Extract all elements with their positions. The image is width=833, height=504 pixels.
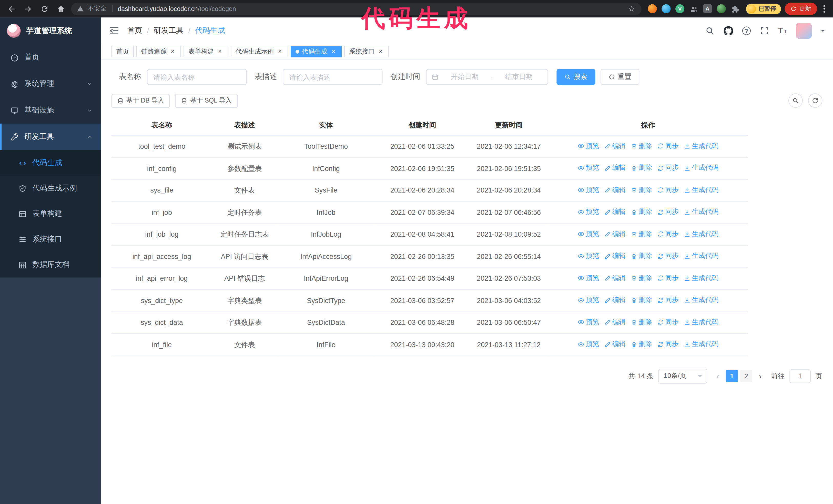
app-logo[interactable]: 芋道管理系统 [0, 18, 101, 44]
preview-link[interactable]: 预览 [578, 184, 599, 195]
edit-link[interactable]: 编辑 [604, 229, 626, 239]
toggle-search-button[interactable] [788, 93, 803, 108]
extensions-puzzle-icon[interactable] [731, 4, 739, 13]
sidebar-item-infrastructure[interactable]: 基础设施 [0, 97, 101, 124]
delete-link[interactable]: 删除 [631, 317, 652, 328]
sidebar-subitem-codegen-example[interactable]: 代码生成示例 [0, 175, 101, 201]
hamburger-icon[interactable] [109, 25, 119, 36]
generate-link[interactable]: 生成代码 [684, 250, 718, 262]
preview-link[interactable]: 预览 [578, 250, 599, 262]
breadcrumb-devtools[interactable]: 研发工具 [154, 26, 184, 35]
edit-link[interactable]: 编辑 [604, 141, 626, 151]
delete-link[interactable]: 删除 [631, 229, 652, 239]
generate-link[interactable]: 生成代码 [684, 294, 718, 306]
github-icon[interactable] [723, 26, 733, 35]
table-name-input[interactable] [147, 69, 246, 85]
edit-link[interactable]: 编辑 [604, 162, 626, 173]
import-sql-button[interactable]: 基于 SQL 导入 [175, 94, 238, 107]
delete-link[interactable]: 删除 [631, 184, 652, 195]
address-bar[interactable]: 不安全 dashboard.yudao.iocoder.cn/tool/code… [71, 2, 641, 15]
preview-link[interactable]: 预览 [578, 317, 599, 328]
tab-codegen[interactable]: 代码生成× [291, 46, 342, 57]
edit-link[interactable]: 编辑 [604, 317, 626, 328]
preview-link[interactable]: 预览 [578, 141, 599, 151]
close-icon[interactable]: × [276, 48, 283, 55]
drop-extension-icon[interactable] [662, 4, 670, 13]
sync-link[interactable]: 同步 [658, 317, 679, 328]
delete-link[interactable]: 删除 [631, 207, 652, 217]
sidebar-item-home[interactable]: 首页 [0, 44, 101, 71]
delete-link[interactable]: 删除 [631, 141, 652, 151]
sync-link[interactable]: 同步 [658, 294, 679, 306]
user-avatar[interactable] [796, 23, 812, 39]
profile-paused-chip[interactable]: 已暂停 [746, 3, 781, 14]
sync-link[interactable]: 同步 [658, 207, 679, 217]
breadcrumb-home[interactable]: 首页 [127, 26, 142, 35]
sync-link[interactable]: 同步 [658, 250, 679, 262]
leaf-extension-icon[interactable] [717, 4, 726, 13]
delete-link[interactable]: 删除 [631, 272, 652, 284]
import-db-button[interactable]: 基于 DB 导入 [112, 94, 170, 107]
translate-extension-icon[interactable] [703, 4, 712, 13]
goto-page-input[interactable] [789, 369, 811, 383]
font-size-icon[interactable] [778, 27, 787, 35]
close-icon[interactable]: × [169, 48, 176, 55]
reload-icon[interactable] [38, 2, 51, 15]
sync-link[interactable]: 同步 [658, 229, 679, 239]
preview-link[interactable]: 预览 [578, 294, 599, 306]
generate-link[interactable]: 生成代码 [684, 317, 718, 328]
generate-link[interactable]: 生成代码 [684, 229, 718, 239]
generate-link[interactable]: 生成代码 [684, 162, 718, 173]
page-button-1[interactable]: 1 [726, 370, 738, 382]
generate-link[interactable]: 生成代码 [684, 184, 718, 195]
generate-link[interactable]: 生成代码 [684, 339, 718, 350]
preview-link[interactable]: 预览 [578, 207, 599, 217]
preview-link[interactable]: 预览 [578, 162, 599, 173]
security-label[interactable]: 不安全 [88, 4, 107, 13]
sidebar-subitem-system-api[interactable]: 系统接口 [0, 226, 101, 252]
edit-link[interactable]: 编辑 [604, 294, 626, 306]
edit-link[interactable]: 编辑 [604, 272, 626, 284]
tab-form-builder[interactable]: 表单构建× [184, 46, 228, 57]
close-icon[interactable]: × [217, 48, 223, 55]
edit-link[interactable]: 编辑 [604, 207, 626, 217]
prev-page-button[interactable]: ‹ [712, 370, 724, 382]
caret-down-icon[interactable] [821, 30, 825, 34]
close-icon[interactable]: × [330, 48, 337, 55]
sync-link[interactable]: 同步 [658, 184, 679, 195]
bookmark-star-icon[interactable] [628, 5, 636, 13]
sidebar-subitem-db-docs[interactable]: 数据库文档 [0, 252, 101, 278]
sync-link[interactable]: 同步 [658, 162, 679, 173]
page-size-select[interactable]: 10条/页 [659, 369, 707, 384]
generate-link[interactable]: 生成代码 [684, 272, 718, 284]
generate-link[interactable]: 生成代码 [684, 141, 718, 151]
users-extension-icon[interactable] [689, 4, 698, 13]
tab-codegen-example[interactable]: 代码生成示例× [231, 46, 288, 57]
preview-link[interactable]: 预览 [578, 339, 599, 350]
search-icon[interactable] [705, 26, 714, 35]
delete-link[interactable]: 删除 [631, 339, 652, 350]
preview-link[interactable]: 预览 [578, 272, 599, 284]
tab-home[interactable]: 首页 [112, 46, 134, 57]
edit-link[interactable]: 编辑 [604, 339, 626, 350]
menu-dots-icon[interactable] [821, 5, 828, 13]
generate-link[interactable]: 生成代码 [684, 207, 718, 217]
tab-system-api[interactable]: 系统接口× [344, 46, 389, 57]
search-button[interactable]: 搜索 [556, 69, 595, 85]
sync-link[interactable]: 同步 [658, 141, 679, 151]
sidebar-subitem-codegen[interactable]: 代码生成 [0, 150, 101, 175]
fullscreen-icon[interactable] [760, 26, 769, 35]
edit-link[interactable]: 编辑 [604, 250, 626, 262]
update-button[interactable]: 更新 [785, 3, 817, 15]
vue-devtools-extension-icon[interactable] [675, 4, 684, 13]
reset-button[interactable]: 重置 [600, 69, 639, 85]
back-icon[interactable] [5, 2, 18, 15]
tab-tracing[interactable]: 链路追踪× [136, 46, 181, 57]
home-icon[interactable] [54, 2, 67, 15]
close-icon[interactable]: × [377, 48, 384, 55]
fox-extension-icon[interactable] [648, 4, 657, 13]
forward-icon[interactable] [22, 2, 34, 15]
preview-link[interactable]: 预览 [578, 229, 599, 239]
sync-link[interactable]: 同步 [658, 339, 679, 350]
next-page-button[interactable]: › [755, 370, 766, 382]
